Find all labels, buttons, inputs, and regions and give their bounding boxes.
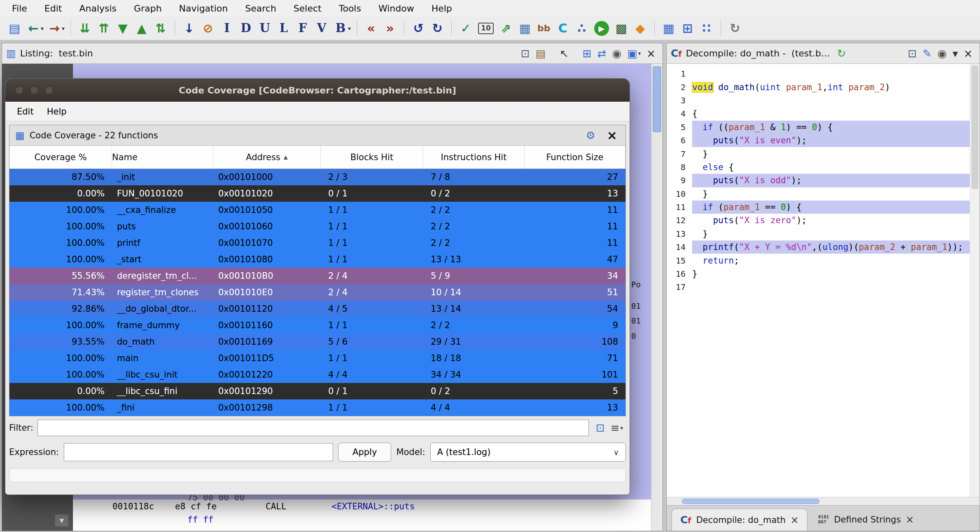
coverage-table-row[interactable]: 100.00%__libc_csu_init0x001012204 / 434 … [9, 366, 625, 383]
menu-navigation[interactable]: Navigation [170, 0, 237, 16]
dropdown-arrow-icon[interactable]: ▾ [348, 25, 351, 32]
expression-input[interactable] [64, 443, 333, 461]
coverage-table-row[interactable]: 100.00%printf0x001010701 / 12 / 211 [9, 235, 625, 251]
code-line[interactable]: 9 puts("X is odd"); [667, 174, 970, 187]
window-zoom-button[interactable] [45, 86, 53, 94]
coverage-table-row[interactable]: 100.00%_start0x001010801 / 113 / 1347 [9, 251, 625, 268]
undefine-icon[interactable]: U [255, 18, 274, 39]
decompile-horizontal-scrollbar[interactable] [667, 497, 980, 505]
column-header-name[interactable]: Name [112, 146, 213, 168]
copy-icon[interactable]: ⊡ [905, 45, 920, 62]
scrollbar-down-arrow-icon[interactable]: ▼ [55, 514, 69, 527]
coverage-table-row[interactable]: 87.50%_init0x001010002 / 37 / 827 [9, 169, 625, 185]
save-icon[interactable]: ▤ [5, 18, 24, 39]
code-line[interactable]: 10 } [667, 187, 970, 201]
menu-graph[interactable]: Graph [125, 0, 170, 16]
copy-icon[interactable]: ⊡ [518, 45, 533, 62]
bytes-icon[interactable]: bb [534, 18, 553, 39]
code-line[interactable]: 8 else { [667, 161, 970, 174]
nav-forward-icon[interactable]: →▾ [45, 18, 66, 39]
collapse-block-icon[interactable]: ▼ [113, 18, 132, 39]
coverage-table-row[interactable]: 100.00%main0x001011D51 / 118 / 1871 [9, 350, 625, 366]
code-line[interactable]: 12 puts("X is zero"); [667, 214, 970, 227]
code-line[interactable]: 17 [667, 280, 970, 294]
dropdown-arrow-icon[interactable]: ▾ [620, 425, 623, 431]
create-label-icon[interactable]: L [274, 18, 293, 39]
variable-icon[interactable]: V [312, 18, 331, 39]
code-line[interactable]: 14 printf("X + Y = %d\n",(ulong)(param_2… [667, 240, 970, 254]
jump-down-icon[interactable]: ↓ [180, 18, 198, 39]
filter-input[interactable] [37, 420, 589, 436]
close-icon[interactable]: × [906, 514, 914, 525]
defined-data-icon[interactable]: ▦ [659, 18, 678, 39]
scrollbar-thumb[interactable] [971, 65, 978, 189]
validate-icon[interactable]: ✓ [456, 18, 475, 39]
search-next-icon[interactable]: » [380, 18, 399, 39]
menu-window[interactable]: Window [370, 0, 423, 16]
menu-search[interactable]: Search [236, 0, 285, 16]
code-line[interactable]: 11 if (param_1 == 0) { [667, 201, 970, 214]
code-line[interactable]: 2void do_math(uint param_1,int param_2) [667, 80, 970, 93]
run-script-icon[interactable]: ▶ [591, 18, 612, 39]
tab-decompile[interactable]: CfDecompile: do_math× [672, 509, 807, 531]
code-line[interactable]: 1 [667, 67, 970, 80]
coverage-table-row[interactable]: 92.86%__do_global_dtor...0x001011204 / 5… [9, 301, 625, 317]
coverage-menu-help[interactable]: Help [40, 107, 73, 117]
expand-up-icon[interactable]: ⇈ [94, 18, 113, 39]
listing-line[interactable]: 0010118ce8 cf feCALL<EXTERNAL>::puts [73, 502, 651, 515]
coverage-menu-edit[interactable]: Edit [10, 107, 40, 117]
dropdown-arrow-icon[interactable]: ▾ [638, 50, 641, 56]
data-table-icon[interactable]: ▦ [516, 18, 534, 39]
column-header-coverage[interactable]: Coverage % [9, 146, 112, 168]
code-line[interactable]: 6 puts("X is even"); [667, 134, 970, 147]
paste-icon[interactable]: ▤ [532, 45, 548, 62]
new-window-icon[interactable]: ⊞ [678, 18, 697, 39]
code-line[interactable]: 13 } [667, 227, 970, 240]
redo-icon[interactable]: ↻ [428, 18, 447, 39]
call-tree-icon[interactable]: ∴ [572, 18, 591, 39]
decompile-vertical-scrollbar[interactable] [970, 64, 980, 497]
menu-edit[interactable]: Edit [36, 0, 71, 16]
coverage-table-row[interactable]: 100.00%frame_dummy0x001011601 / 12 / 29 [9, 317, 625, 334]
edit-function-icon[interactable]: ✎ [920, 45, 935, 62]
snapshot-icon[interactable]: ◉ [934, 45, 950, 62]
define-data-icon[interactable]: D [236, 18, 255, 39]
instruction-info-icon[interactable]: I [217, 18, 236, 39]
model-select[interactable]: A (test1.log) ∨ [430, 443, 626, 462]
clear-flow-icon[interactable]: ⊘ [198, 18, 217, 39]
dual-listing-icon[interactable]: ⊞ [580, 45, 595, 62]
function-graph-icon[interactable]: ∷ [697, 18, 716, 39]
coverage-table-row[interactable]: 0.00%FUN_001010200x001010200 / 10 / 213 [9, 185, 625, 202]
expand-block-icon[interactable]: ▲ [132, 18, 151, 39]
dropdown-arrow-icon[interactable]: ▾ [41, 25, 44, 32]
menu-analysis[interactable]: Analysis [70, 0, 125, 16]
close-icon[interactable]: × [604, 128, 620, 142]
toggle-expand-icon[interactable]: ⇅ [151, 18, 170, 39]
window-close-button[interactable] [15, 86, 23, 94]
filter-clear-icon[interactable]: ⊡ [593, 420, 608, 436]
diff-view-icon[interactable]: ⇄ [595, 45, 609, 62]
refresh-icon[interactable]: ↻ [834, 45, 849, 62]
code-line[interactable]: 5 if ((param_1 & 1) == 0) { [667, 121, 970, 134]
scrollbar-thumb[interactable] [653, 66, 661, 132]
checkout-icon[interactable]: ◆ [631, 18, 650, 39]
expand-down-icon[interactable]: ⇊ [75, 18, 94, 39]
coverage-table-row[interactable]: 71.43%register_tm_clones0x001010E02 / 41… [9, 284, 625, 301]
menu-tools[interactable]: Tools [330, 0, 370, 16]
column-header-function-size[interactable]: Function Size [525, 146, 625, 168]
settings-gear-icon[interactable]: ⚙ [582, 129, 600, 142]
coverage-table-row[interactable]: 100.00%_fini0x001012981 / 14 / 413 [9, 399, 625, 416]
sync-icon[interactable]: ↻ [726, 18, 744, 39]
coverage-table-row[interactable]: 100.00%__cxa_finalize0x001010501 / 12 / … [9, 202, 625, 218]
code-line[interactable]: 3 [667, 94, 970, 107]
snapshot-icon[interactable]: ◉ [609, 45, 624, 62]
column-header-address[interactable]: Address▲ [213, 146, 321, 168]
code-line[interactable]: 7 } [667, 147, 970, 160]
listing-line[interactable]: ff ff [73, 515, 651, 528]
listing-vertical-scrollbar[interactable] [651, 64, 663, 531]
close-icon[interactable]: × [644, 45, 658, 62]
export-icon[interactable]: ⇗ [497, 18, 516, 39]
nav-back-icon[interactable]: ←▾ [24, 18, 45, 39]
window-titlebar[interactable]: Code Coverage [CodeBrowser: Cartographer… [5, 79, 630, 102]
close-icon[interactable]: × [791, 514, 799, 526]
